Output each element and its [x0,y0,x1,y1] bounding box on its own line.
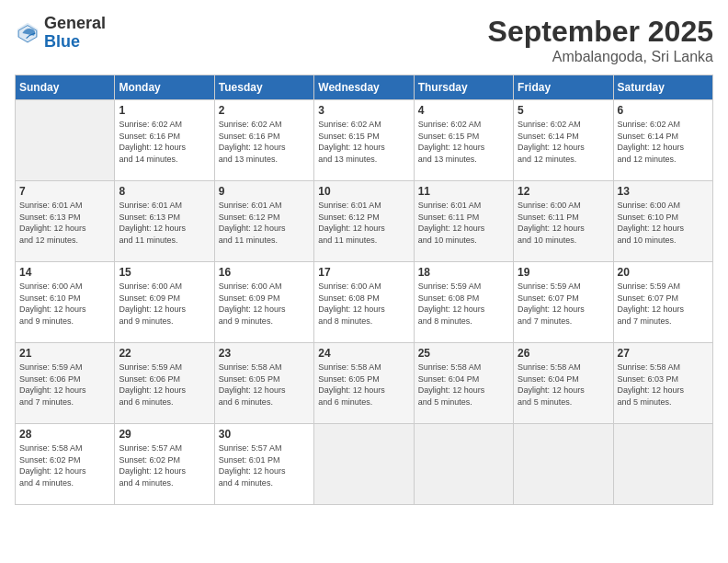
day-number: 9 [219,185,310,198]
day-info: Sunrise: 5:58 AMSunset: 6:05 PMDaylight:… [219,362,310,408]
day-number: 28 [19,428,110,441]
day-info: Sunrise: 6:01 AMSunset: 6:12 PMDaylight:… [219,200,310,246]
subtitle: Ambalangoda, Sri Lanka [488,49,713,65]
calendar-cell: 8Sunrise: 6:01 AMSunset: 6:13 PMDaylight… [115,181,214,262]
day-number: 10 [318,185,409,198]
calendar-cell: 16Sunrise: 6:00 AMSunset: 6:09 PMDayligh… [214,262,313,343]
calendar-cell [314,424,414,505]
day-info: Sunrise: 6:02 AMSunset: 6:14 PMDaylight:… [518,119,609,165]
day-number: 22 [119,347,210,360]
day-number: 15 [119,266,210,279]
calendar-cell: 15Sunrise: 6:00 AMSunset: 6:09 PMDayligh… [115,262,214,343]
month-title: September 2025 [488,15,713,49]
calendar-cell: 2Sunrise: 6:02 AMSunset: 6:16 PMDaylight… [214,100,313,181]
day-number: 19 [518,266,609,279]
weekday-header-wednesday: Wednesday [314,75,414,100]
day-number: 17 [318,266,409,279]
day-info: Sunrise: 6:01 AMSunset: 6:13 PMDaylight:… [119,200,210,246]
day-info: Sunrise: 6:02 AMSunset: 6:14 PMDaylight:… [618,119,709,165]
day-number: 16 [219,266,310,279]
day-number: 29 [119,428,210,441]
calendar-cell: 26Sunrise: 5:58 AMSunset: 6:04 PMDayligh… [514,343,613,424]
calendar-cell: 9Sunrise: 6:01 AMSunset: 6:12 PMDaylight… [214,181,313,262]
weekday-header-friday: Friday [514,75,613,100]
weekday-header-monday: Monday [115,75,214,100]
calendar-cell: 21Sunrise: 5:59 AMSunset: 6:06 PMDayligh… [16,343,115,424]
calendar-cell: 19Sunrise: 5:59 AMSunset: 6:07 PMDayligh… [514,262,613,343]
calendar-cell: 6Sunrise: 6:02 AMSunset: 6:14 PMDaylight… [613,100,712,181]
day-info: Sunrise: 5:59 AMSunset: 6:06 PMDaylight:… [19,362,110,408]
day-info: Sunrise: 5:57 AMSunset: 6:01 PMDaylight:… [219,442,310,488]
day-number: 11 [418,185,509,198]
day-info: Sunrise: 6:00 AMSunset: 6:08 PMDaylight:… [318,281,409,327]
calendar-cell: 13Sunrise: 6:00 AMSunset: 6:10 PMDayligh… [613,181,712,262]
weekday-header-saturday: Saturday [613,75,712,100]
day-info: Sunrise: 5:59 AMSunset: 6:07 PMDaylight:… [518,281,609,327]
day-info: Sunrise: 6:01 AMSunset: 6:12 PMDaylight:… [318,200,409,246]
calendar-cell: 14Sunrise: 6:00 AMSunset: 6:10 PMDayligh… [16,262,115,343]
calendar-cell: 29Sunrise: 5:57 AMSunset: 6:02 PMDayligh… [115,424,214,505]
day-number: 5 [518,104,609,117]
calendar-cell: 10Sunrise: 6:01 AMSunset: 6:12 PMDayligh… [314,181,414,262]
weekday-header-thursday: Thursday [414,75,513,100]
calendar-cell: 23Sunrise: 5:58 AMSunset: 6:05 PMDayligh… [214,343,313,424]
calendar-cell [613,424,712,505]
day-number: 3 [318,104,409,117]
day-info: Sunrise: 6:02 AMSunset: 6:15 PMDaylight:… [418,119,509,165]
calendar-cell: 27Sunrise: 5:58 AMSunset: 6:03 PMDayligh… [613,343,712,424]
day-info: Sunrise: 6:00 AMSunset: 6:10 PMDaylight:… [618,200,709,246]
logo-text: General Blue [44,15,106,52]
day-info: Sunrise: 6:02 AMSunset: 6:16 PMDaylight:… [119,119,210,165]
day-info: Sunrise: 5:58 AMSunset: 6:04 PMDaylight:… [518,362,609,408]
calendar-cell: 1Sunrise: 6:02 AMSunset: 6:16 PMDaylight… [115,100,214,181]
day-info: Sunrise: 6:01 AMSunset: 6:13 PMDaylight:… [19,200,110,246]
day-number: 7 [19,185,110,198]
calendar-cell: 3Sunrise: 6:02 AMSunset: 6:15 PMDaylight… [314,100,414,181]
calendar-cell: 4Sunrise: 6:02 AMSunset: 6:15 PMDaylight… [414,100,513,181]
day-info: Sunrise: 6:00 AMSunset: 6:11 PMDaylight:… [518,200,609,246]
calendar-cell [514,424,613,505]
day-number: 1 [119,104,210,117]
day-number: 18 [418,266,509,279]
day-info: Sunrise: 6:00 AMSunset: 6:10 PMDaylight:… [19,281,110,327]
calendar-cell: 5Sunrise: 6:02 AMSunset: 6:14 PMDaylight… [514,100,613,181]
calendar-table: SundayMondayTuesdayWednesdayThursdayFrid… [15,75,713,505]
day-number: 20 [618,266,709,279]
day-info: Sunrise: 5:59 AMSunset: 6:07 PMDaylight:… [618,281,709,327]
day-number: 12 [518,185,609,198]
logo-icon [15,20,40,46]
calendar-cell: 30Sunrise: 5:57 AMSunset: 6:01 PMDayligh… [214,424,313,505]
day-number: 21 [19,347,110,360]
day-number: 25 [418,347,509,360]
calendar-cell [414,424,513,505]
day-number: 13 [618,185,709,198]
day-number: 8 [119,185,210,198]
day-info: Sunrise: 5:58 AMSunset: 6:03 PMDaylight:… [618,362,709,408]
day-number: 24 [318,347,409,360]
calendar-cell [16,100,115,181]
title-area: September 2025 Ambalangoda, Sri Lanka [488,15,713,65]
calendar-cell: 18Sunrise: 5:59 AMSunset: 6:08 PMDayligh… [414,262,513,343]
calendar-cell: 7Sunrise: 6:01 AMSunset: 6:13 PMDaylight… [16,181,115,262]
calendar-cell: 25Sunrise: 5:58 AMSunset: 6:04 PMDayligh… [414,343,513,424]
calendar-cell: 17Sunrise: 6:00 AMSunset: 6:08 PMDayligh… [314,262,414,343]
calendar-cell: 20Sunrise: 5:59 AMSunset: 6:07 PMDayligh… [613,262,712,343]
day-info: Sunrise: 5:58 AMSunset: 6:05 PMDaylight:… [318,362,409,408]
day-info: Sunrise: 5:57 AMSunset: 6:02 PMDaylight:… [119,442,210,488]
day-info: Sunrise: 5:58 AMSunset: 6:02 PMDaylight:… [19,442,110,488]
calendar-cell: 12Sunrise: 6:00 AMSunset: 6:11 PMDayligh… [514,181,613,262]
day-info: Sunrise: 6:02 AMSunset: 6:15 PMDaylight:… [318,119,409,165]
day-number: 6 [618,104,709,117]
day-info: Sunrise: 5:59 AMSunset: 6:08 PMDaylight:… [418,281,509,327]
day-number: 27 [618,347,709,360]
header: General Blue September 2025 Ambalangoda,… [15,15,713,65]
day-info: Sunrise: 6:00 AMSunset: 6:09 PMDaylight:… [219,281,310,327]
calendar-cell: 24Sunrise: 5:58 AMSunset: 6:05 PMDayligh… [314,343,414,424]
weekday-header-sunday: Sunday [16,75,115,100]
day-info: Sunrise: 5:59 AMSunset: 6:06 PMDaylight:… [119,362,210,408]
day-info: Sunrise: 6:00 AMSunset: 6:09 PMDaylight:… [119,281,210,327]
day-info: Sunrise: 6:01 AMSunset: 6:11 PMDaylight:… [418,200,509,246]
day-number: 23 [219,347,310,360]
day-number: 2 [219,104,310,117]
day-number: 14 [19,266,110,279]
